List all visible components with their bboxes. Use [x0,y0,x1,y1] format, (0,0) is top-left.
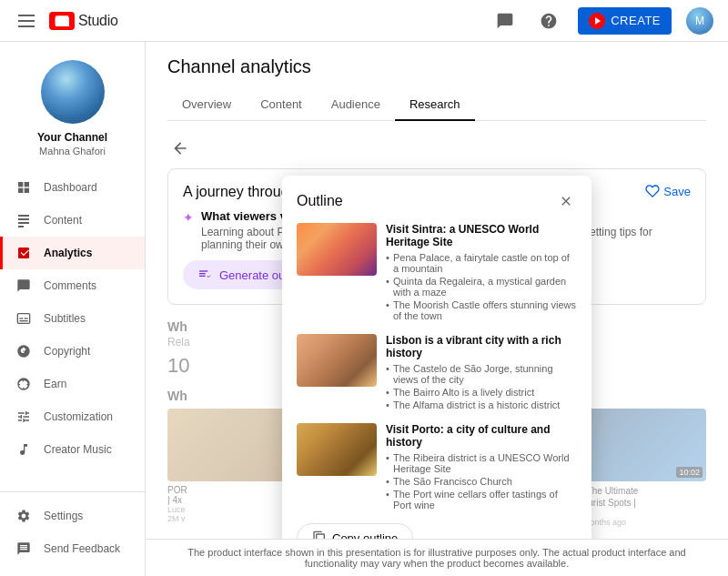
sidebar-bottom: Settings Send Feedback [0,491,145,565]
close-button[interactable] [555,190,577,212]
page-title: Channel analytics [167,56,706,77]
copyright-icon [15,342,33,360]
record-symbol [592,16,602,25]
subtitles-label: Subtitles [44,312,86,325]
sidebar-item-feedback[interactable]: Send Feedback [0,532,145,565]
sidebar-item-dashboard[interactable]: Dashboard [0,171,145,204]
outline-modal: Outline Visit Sintra: a UNESCO World Her… [282,176,592,539]
outline-item-sintra: Visit Sintra: a UNESCO World Heritage Si… [297,223,577,323]
content-label: Content [44,214,82,227]
channel-section: Your Channel Mahna Ghafori [0,53,145,171]
svg-rect-5 [18,215,29,217]
topbar-right: CREATE M [490,6,713,35]
channel-handle: Mahna Ghafori [39,146,106,157]
tab-overview[interactable]: Overview [167,88,246,120]
outline-modal-header: Outline [297,190,577,212]
content-icon [15,211,33,229]
comments-icon [496,12,514,30]
avatar[interactable]: M [686,7,713,35]
studio-label: Studio [78,13,118,29]
tab-research[interactable]: Research [395,88,475,120]
subtitles-icon [15,309,33,328]
yt-play-icon [55,15,69,26]
svg-rect-12 [19,320,27,321]
sidebar-item-creator-music[interactable]: Creator Music [0,433,145,466]
svg-rect-11 [25,318,28,318]
svg-rect-3 [18,188,23,193]
outline-overlay: Outline Visit Sintra: a UNESCO World Her… [146,121,728,539]
lisbon-text: Lisbon is a vibrant city with a rich his… [386,334,577,412]
outline-item-lisbon: Lisbon is a vibrant city with a rich his… [297,334,577,412]
sidebar-item-analytics[interactable]: Analytics [0,237,145,269]
channel-avatar[interactable] [41,60,105,124]
channel-name: Your Channel [37,131,107,144]
comments-label: Comments [44,279,96,292]
tab-content[interactable]: Content [246,88,317,120]
sidebar-item-earn[interactable]: Earn [0,368,145,400]
record-icon [589,13,605,29]
tabs: Overview Content Audience Research [167,88,706,121]
sintra-text: Visit Sintra: a UNESCO World Heritage Si… [386,223,577,323]
comments-icon-btn[interactable] [490,6,520,35]
sidebar-item-content[interactable]: Content [0,204,145,237]
svg-rect-4 [25,188,29,193]
customization-icon [15,408,33,426]
dashboard-label: Dashboard [44,181,97,194]
svg-rect-10 [19,318,23,318]
feedback-icon [15,540,33,558]
close-icon [559,194,573,208]
outline-item-porto: Visit Porto: a city of culture and histo… [297,423,577,512]
creator-music-icon [15,440,33,459]
copy-outline-button[interactable]: Copy outline [297,523,413,539]
feedback-label: Send Feedback [44,542,120,555]
settings-icon [15,507,33,525]
customization-label: Customization [44,410,113,423]
sintra-thumbnail [297,223,377,276]
analytics-header: Channel analytics Overview Content Audie… [146,42,728,121]
svg-rect-1 [18,182,23,187]
analytics-label: Analytics [44,247,92,259]
porto-text: Visit Porto: a city of culture and histo… [386,423,577,512]
sidebar-item-settings[interactable]: Settings [0,500,145,532]
porto-thumbnail [297,423,377,476]
svg-rect-8 [18,226,24,227]
tab-audience[interactable]: Audience [317,88,395,120]
create-label: CREATE [611,14,661,27]
dashboard-icon [15,178,33,197]
analytics-content: A journey through Portugal's rich histor… [146,121,728,539]
copyright-label: Copyright [44,345,90,358]
footer: The product interface shown in this pres… [146,539,728,576]
svg-rect-7 [18,222,29,224]
content-area: Channel analytics Overview Content Audie… [146,42,728,576]
svg-rect-2 [25,182,29,187]
sidebar-item-subtitles[interactable]: Subtitles [0,302,145,335]
lisbon-thumbnail [297,334,377,387]
menu-icon[interactable] [15,11,38,31]
sidebar-item-customization[interactable]: Customization [0,400,145,433]
yt-icon [49,12,75,30]
topbar-left: Studio [15,11,118,31]
help-icon [540,12,558,30]
topbar: Studio CREATE M [0,0,728,42]
svg-rect-6 [18,218,29,220]
svg-marker-0 [595,17,601,25]
creator-music-label: Creator Music [44,443,112,456]
youtube-logo[interactable]: Studio [49,12,118,30]
sidebar-item-copyright[interactable]: Copyright [0,335,145,368]
earn-label: Earn [44,378,66,390]
outline-modal-title: Outline [297,193,343,209]
settings-label: Settings [44,510,83,522]
create-button[interactable]: CREATE [578,7,672,35]
help-icon-btn[interactable] [534,6,563,35]
analytics-icon [15,244,33,262]
copy-icon [312,531,327,539]
sidebar: Your Channel Mahna Ghafori Dashboard Con… [0,42,146,576]
sidebar-item-comments[interactable]: Comments [0,269,145,302]
main-layout: Your Channel Mahna Ghafori Dashboard Con… [0,42,728,576]
earn-icon [15,375,33,393]
comments-sidebar-icon [15,277,33,295]
